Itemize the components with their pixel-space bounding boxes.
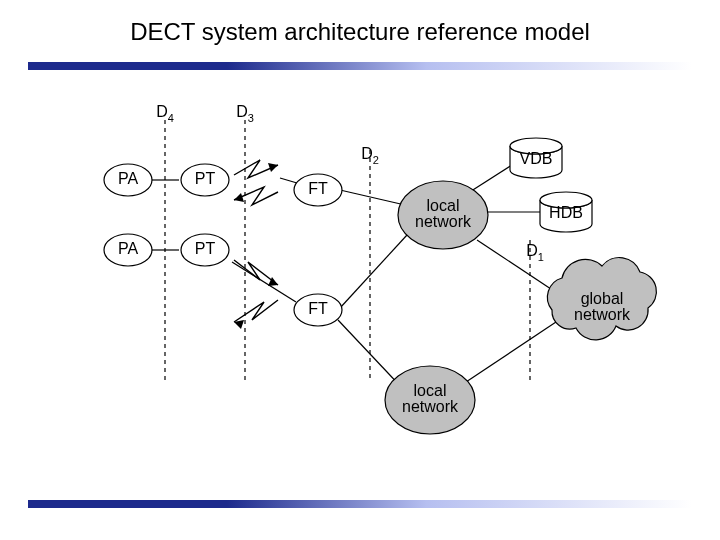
svg-line-13 xyxy=(477,240,560,295)
d2-label: D2 xyxy=(361,145,379,166)
svg-text:HDB: HDB xyxy=(549,204,583,221)
svg-marker-2 xyxy=(268,163,278,172)
d1-label: D1 xyxy=(526,242,544,263)
radio-link-upper xyxy=(234,160,297,205)
svg-marker-3 xyxy=(234,193,244,202)
ft-node-2: FT xyxy=(308,300,328,317)
ft-node-1: FT xyxy=(308,180,328,197)
hdb-node: HDB xyxy=(540,192,592,232)
pa-node-2: PA xyxy=(118,240,138,257)
slide: DECT system architecture reference model… xyxy=(0,0,720,540)
svg-line-14 xyxy=(466,322,556,382)
pt-node-1: PT xyxy=(195,170,216,187)
svg-line-9 xyxy=(340,235,407,308)
pt-node-2: PT xyxy=(195,240,216,257)
global-network-label: globalnetwork xyxy=(574,290,631,323)
svg-line-4 xyxy=(280,178,297,183)
svg-line-8 xyxy=(340,190,405,205)
vdb-node: VDB xyxy=(510,138,562,178)
svg-line-7 xyxy=(232,262,296,302)
pa-node-1: PA xyxy=(118,170,138,187)
architecture-diagram: D4 D3 D2 D1 xyxy=(0,0,720,540)
global-network-node: globalnetwork xyxy=(547,258,656,340)
svg-text:VDB: VDB xyxy=(520,150,553,167)
radio-link-lower xyxy=(232,260,296,329)
